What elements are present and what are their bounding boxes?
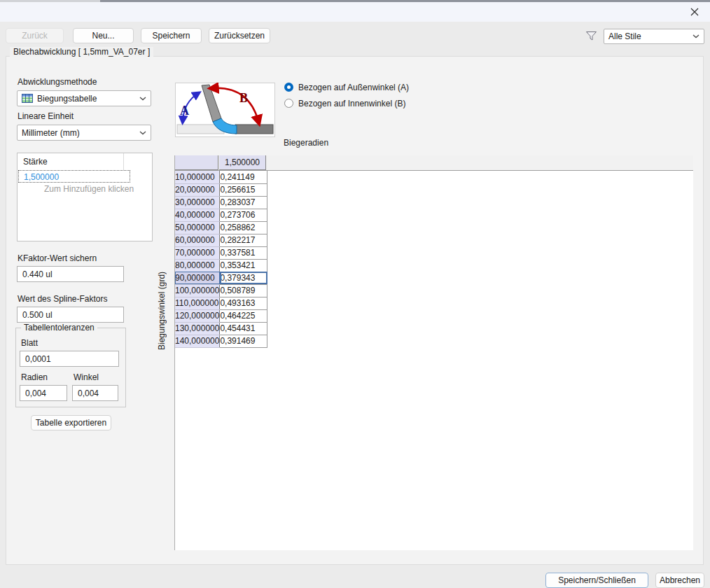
new-button[interactable]: Neu... [73,28,134,43]
bend-radius-value-cell[interactable]: 0,464225 [220,309,267,322]
angle-reference-group: Bezogen auf Außenwinkel (A)Bezogen auf I… [284,82,409,108]
table-row: 120,0000000,464225 [175,309,267,322]
bend-radius-value-cell[interactable]: 0,273706 [220,209,267,221]
radio-label: Bezogen auf Außenwinkel (A) [298,83,409,92]
angle-reference-radio[interactable]: Bezogen auf Innenwinkel (B) [284,98,409,108]
close-button[interactable] [687,5,702,19]
bend-radius-value-cell[interactable]: 0,283037 [220,196,267,209]
bend-angle-axis-label: Biegungswinkel (grd) [157,252,167,350]
bend-radius-value-cell[interactable]: 0,493163 [220,297,267,309]
filter-icon [585,31,597,41]
bend-angle-cell[interactable]: 130,000000 [175,322,220,335]
back-button[interactable]: Zurück [6,28,64,43]
groupbox-title: Blechabwicklung [ 1,5mm_VA_07er ] [10,47,153,57]
bend-angle-cell[interactable]: 80,000000 [175,259,220,272]
thickness-column-header: Stärke [18,153,124,170]
bend-angle-cell[interactable]: 30,000000 [175,196,220,209]
dialog-titlebar [0,2,710,22]
table-row: 100,0000000,508789 [175,284,267,297]
table-row: 110,0000000,493163 [175,297,267,309]
export-table-button[interactable]: Tabelle exportieren [31,415,111,430]
linear-unit-label: Lineare Einheit [18,111,74,121]
table-row: 60,0000000,282217 [175,234,267,246]
linear-unit-dropdown[interactable]: Millimeter (mm) [17,125,151,141]
bend-angle-cell[interactable]: 20,000000 [175,183,220,196]
style-filter-value: Alle Stile [608,31,688,41]
sheet-tolerance-label: Blatt [21,338,38,348]
table-row: 130,0000000,454431 [175,322,267,335]
bend-angle-cell[interactable]: 110,000000 [175,297,220,309]
table-row: 70,0000000,337581 [175,246,267,259]
filter-button[interactable] [585,31,597,41]
bend-radius-value-cell[interactable]: 0,391469 [220,335,267,347]
bend-angle-cell[interactable]: 70,000000 [175,246,220,259]
bend-table-corner-cell [175,155,218,170]
bend-angle-cell[interactable]: 100,000000 [175,284,220,297]
bend-radius-value-cell[interactable]: 0,454431 [220,322,267,335]
bend-angle-diagram: A B [175,83,275,137]
unfold-method-value: Biegungstabelle [37,94,135,104]
add-thickness-hint[interactable]: Zum Hinzufügen klicken [18,183,152,195]
save-close-button[interactable]: Speichern/Schließen [545,573,648,588]
bend-angle-cell[interactable]: 120,000000 [175,309,220,322]
thickness-value-row[interactable]: 1,500000 [18,170,130,183]
bend-table-icon [22,94,33,103]
bend-radius-value-cell[interactable]: 0,337581 [220,246,267,259]
table-row: 20,0000000,256615 [175,183,267,196]
table-row: 50,0000000,258862 [175,221,267,234]
angle-tolerance-input[interactable] [72,385,118,401]
kfactor-input[interactable] [17,266,124,282]
table-row: 30,0000000,283037 [175,196,267,209]
chevron-down-icon [139,97,146,101]
bend-radius-value-cell[interactable]: 0,508789 [220,284,267,297]
unfold-method-label: Abwicklungsmethode [18,77,97,87]
table-row: 40,0000000,273706 [175,209,267,221]
bend-table: 10,0000000,24114920,0000000,25661530,000… [175,171,267,348]
cancel-button[interactable]: Abbrechen [655,573,704,588]
radio-button-icon[interactable] [284,99,293,108]
table-tolerances-title: Tabellentoleranzen [21,323,97,332]
bend-angle-cell[interactable]: 10,000000 [175,171,220,183]
kfactor-label: KFaktor-Wert sichern [18,253,97,263]
chevron-down-icon [692,34,699,38]
diagram-label-a: A [180,104,189,118]
radio-label: Bezogen auf Innenwinkel (B) [298,99,405,108]
reset-button[interactable]: Zurücksetzen [209,28,270,43]
bend-angle-cell[interactable]: 90,000000 [175,272,220,284]
thickness-list: Stärke 1,500000 Zum Hinzufügen klicken [17,153,153,241]
bend-table-body: 10,0000000,24114920,0000000,25661530,000… [175,171,267,347]
spline-factor-label: Wert des Spline-Faktors [18,294,108,304]
angle-reference-radio[interactable]: Bezogen auf Außenwinkel (A) [284,82,409,92]
bend-angle-cell[interactable]: 40,000000 [175,209,220,221]
bend-radii-title: Biegeradien [284,138,328,148]
bend-angle-cell[interactable]: 50,000000 [175,221,220,234]
bend-radius-value-cell[interactable]: 0,282217 [220,234,267,246]
diagram-label-b: B [239,91,248,105]
save-button[interactable]: Speichern [141,28,202,43]
bend-radius-value-cell[interactable]: 0,353421 [220,259,267,272]
close-icon [690,7,699,17]
bend-radius-value-cell[interactable]: 0,258862 [220,221,267,234]
radio-button-icon[interactable] [284,83,293,92]
table-row: 10,0000000,241149 [175,171,267,183]
linear-unit-value: Millimeter (mm) [22,128,135,138]
bend-angle-cell[interactable]: 140,000000 [175,335,220,347]
chevron-down-icon [139,131,146,135]
bend-table-area: 1,500000 10,0000000,24114920,0000000,256… [174,155,693,550]
table-row: 80,0000000,353421 [175,259,267,272]
spline-factor-input[interactable] [17,307,124,323]
table-row: 140,0000000,391469 [175,335,267,347]
style-filter-dropdown[interactable]: Alle Stile [604,29,704,44]
bend-radius-value-cell[interactable]: 0,241149 [220,171,267,183]
bend-radius-value-cell[interactable]: 0,379343 [220,272,267,284]
bend-radius-value-cell[interactable]: 0,256615 [220,183,267,196]
angle-tolerance-label: Winkel [74,372,99,382]
unfold-method-dropdown[interactable]: Biegungstabelle [17,90,151,106]
bend-table-column-header[interactable]: 1,500000 [219,155,266,170]
radii-tolerance-label: Radien [21,372,48,382]
bend-angle-cell[interactable]: 60,000000 [175,234,220,246]
table-row: 90,0000000,379343 [175,272,267,284]
radii-tolerance-input[interactable] [20,385,67,401]
sheet-tolerance-input[interactable] [20,351,119,367]
